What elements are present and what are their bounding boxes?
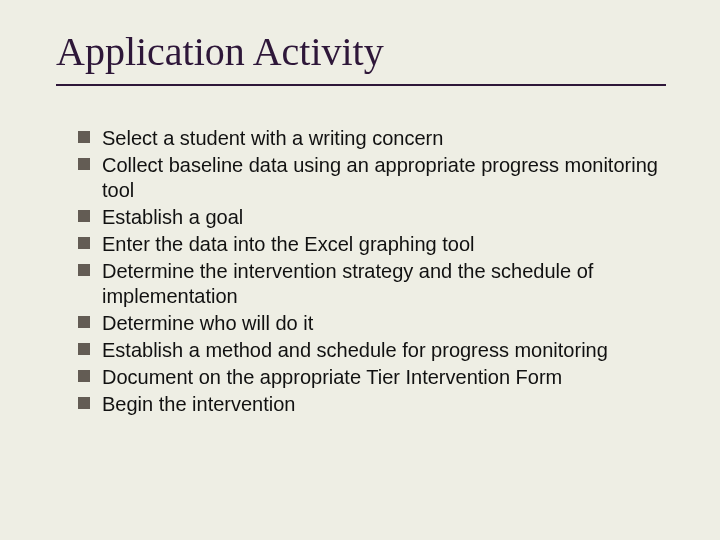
list-item-text: Collect baseline data using an appropria… (102, 153, 668, 203)
list-item-text: Document on the appropriate Tier Interve… (102, 365, 562, 390)
list-item-text: Enter the data into the Excel graphing t… (102, 232, 474, 257)
slide-title: Application Activity (56, 28, 384, 75)
list-item-text: Establish a method and schedule for prog… (102, 338, 608, 363)
list-item: Establish a goal (78, 205, 668, 230)
square-bullet-icon (78, 264, 90, 276)
square-bullet-icon (78, 343, 90, 355)
square-bullet-icon (78, 397, 90, 409)
square-bullet-icon (78, 316, 90, 328)
square-bullet-icon (78, 370, 90, 382)
list-item: Determine the intervention strategy and … (78, 259, 668, 309)
list-item: Determine who will do it (78, 311, 668, 336)
bullet-list: Select a student with a writing concern … (78, 126, 668, 419)
list-item: Establish a method and schedule for prog… (78, 338, 668, 363)
square-bullet-icon (78, 210, 90, 222)
list-item-text: Select a student with a writing concern (102, 126, 443, 151)
list-item: Begin the intervention (78, 392, 668, 417)
square-bullet-icon (78, 131, 90, 143)
list-item-text: Determine the intervention strategy and … (102, 259, 668, 309)
list-item-text: Determine who will do it (102, 311, 313, 336)
list-item: Select a student with a writing concern (78, 126, 668, 151)
title-underline (56, 84, 666, 86)
list-item-text: Establish a goal (102, 205, 243, 230)
list-item: Enter the data into the Excel graphing t… (78, 232, 668, 257)
square-bullet-icon (78, 237, 90, 249)
square-bullet-icon (78, 158, 90, 170)
list-item: Document on the appropriate Tier Interve… (78, 365, 668, 390)
list-item-text: Begin the intervention (102, 392, 295, 417)
list-item: Collect baseline data using an appropria… (78, 153, 668, 203)
